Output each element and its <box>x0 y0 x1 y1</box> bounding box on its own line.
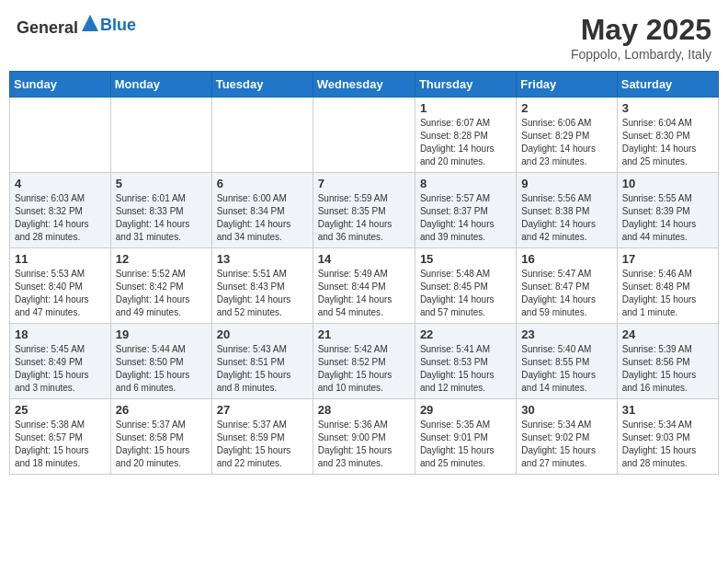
day-number: 26 <box>116 403 207 417</box>
day-number: 24 <box>622 327 713 341</box>
logo-text-general: General <box>17 18 78 37</box>
calendar-day-cell: 21Sunrise: 5:42 AM Sunset: 8:52 PM Dayli… <box>313 324 415 399</box>
day-info: Sunrise: 5:53 AM Sunset: 8:40 PM Dayligh… <box>15 268 106 319</box>
day-info: Sunrise: 5:51 AM Sunset: 8:43 PM Dayligh… <box>217 268 308 319</box>
day-info: Sunrise: 5:35 AM Sunset: 9:01 PM Dayligh… <box>420 419 511 470</box>
day-info: Sunrise: 5:34 AM Sunset: 9:02 PM Dayligh… <box>521 419 611 470</box>
calendar-day-cell: 10Sunrise: 5:55 AM Sunset: 8:39 PM Dayli… <box>617 173 718 248</box>
calendar-day-cell: 26Sunrise: 5:37 AM Sunset: 8:58 PM Dayli… <box>110 399 211 475</box>
calendar-week-row: 25Sunrise: 5:38 AM Sunset: 8:57 PM Dayli… <box>10 399 719 475</box>
day-number: 2 <box>521 101 611 115</box>
day-number: 10 <box>622 177 713 190</box>
calendar-day-cell: 13Sunrise: 5:51 AM Sunset: 8:43 PM Dayli… <box>211 248 313 324</box>
calendar-day-cell: 6Sunrise: 6:00 AM Sunset: 8:34 PM Daylig… <box>211 173 313 248</box>
day-info: Sunrise: 5:46 AM Sunset: 8:48 PM Dayligh… <box>622 268 713 319</box>
calendar-header-row: SundayMondayTuesdayWednesdayThursdayFrid… <box>10 72 719 98</box>
day-number: 22 <box>420 327 511 341</box>
title-block: May 2025 Foppolo, Lombardy, Italy <box>571 13 711 62</box>
weekday-header-tuesday: Tuesday <box>211 72 313 98</box>
day-info: Sunrise: 5:47 AM Sunset: 8:47 PM Dayligh… <box>521 268 611 319</box>
day-number: 23 <box>521 327 611 341</box>
day-number: 15 <box>420 252 511 266</box>
day-number: 7 <box>318 177 410 190</box>
calendar-day-cell: 1Sunrise: 6:07 AM Sunset: 8:28 PM Daylig… <box>415 98 516 173</box>
calendar-day-cell: 12Sunrise: 5:52 AM Sunset: 8:42 PM Dayli… <box>110 248 211 324</box>
day-info: Sunrise: 6:03 AM Sunset: 8:32 PM Dayligh… <box>15 192 106 244</box>
calendar-day-cell: 28Sunrise: 5:36 AM Sunset: 9:00 PM Dayli… <box>313 399 415 475</box>
logo: General Blue <box>17 13 136 38</box>
weekday-header-sunday: Sunday <box>10 72 111 98</box>
calendar-day-cell: 15Sunrise: 5:48 AM Sunset: 8:45 PM Dayli… <box>415 248 516 324</box>
month-year-title: May 2025 <box>571 13 711 47</box>
day-number: 29 <box>420 403 511 417</box>
day-number: 27 <box>217 403 308 417</box>
day-info: Sunrise: 5:40 AM Sunset: 8:55 PM Dayligh… <box>521 343 611 395</box>
day-number: 16 <box>521 252 611 266</box>
day-info: Sunrise: 6:04 AM Sunset: 8:30 PM Dayligh… <box>622 117 713 168</box>
day-info: Sunrise: 5:56 AM Sunset: 8:38 PM Dayligh… <box>521 192 611 244</box>
calendar-day-cell <box>10 98 111 173</box>
day-number: 21 <box>318 327 410 341</box>
day-info: Sunrise: 5:57 AM Sunset: 8:37 PM Dayligh… <box>420 192 511 244</box>
weekday-header-wednesday: Wednesday <box>313 72 415 98</box>
day-info: Sunrise: 5:37 AM Sunset: 8:58 PM Dayligh… <box>116 419 207 470</box>
day-number: 17 <box>622 252 713 266</box>
day-info: Sunrise: 5:41 AM Sunset: 8:53 PM Dayligh… <box>420 343 511 395</box>
day-info: Sunrise: 5:37 AM Sunset: 8:59 PM Dayligh… <box>217 419 308 470</box>
calendar-day-cell: 24Sunrise: 5:39 AM Sunset: 8:56 PM Dayli… <box>617 324 718 399</box>
calendar-day-cell: 11Sunrise: 5:53 AM Sunset: 8:40 PM Dayli… <box>10 248 111 324</box>
calendar-day-cell: 19Sunrise: 5:44 AM Sunset: 8:50 PM Dayli… <box>110 324 211 399</box>
calendar-week-row: 1Sunrise: 6:07 AM Sunset: 8:28 PM Daylig… <box>10 98 719 173</box>
calendar-day-cell: 31Sunrise: 5:34 AM Sunset: 9:03 PM Dayli… <box>617 399 718 475</box>
day-number: 8 <box>420 177 511 190</box>
day-info: Sunrise: 6:06 AM Sunset: 8:29 PM Dayligh… <box>521 117 611 168</box>
day-number: 20 <box>217 327 308 341</box>
day-info: Sunrise: 6:07 AM Sunset: 8:28 PM Dayligh… <box>420 117 511 168</box>
logo-icon <box>80 13 100 33</box>
day-number: 19 <box>116 327 207 341</box>
day-number: 28 <box>318 403 410 417</box>
day-number: 30 <box>521 403 611 417</box>
svg-marker-0 <box>82 15 98 31</box>
calendar-table: SundayMondayTuesdayWednesdayThursdayFrid… <box>9 71 719 475</box>
day-info: Sunrise: 5:45 AM Sunset: 8:49 PM Dayligh… <box>15 343 106 395</box>
day-info: Sunrise: 6:01 AM Sunset: 8:33 PM Dayligh… <box>116 192 207 244</box>
day-number: 12 <box>116 252 207 266</box>
weekday-header-thursday: Thursday <box>415 72 516 98</box>
calendar-day-cell <box>211 98 313 173</box>
weekday-header-saturday: Saturday <box>617 72 718 98</box>
calendar-day-cell: 2Sunrise: 6:06 AM Sunset: 8:29 PM Daylig… <box>517 98 617 173</box>
calendar-week-row: 11Sunrise: 5:53 AM Sunset: 8:40 PM Dayli… <box>10 248 719 324</box>
calendar-day-cell: 22Sunrise: 5:41 AM Sunset: 8:53 PM Dayli… <box>415 324 516 399</box>
day-number: 1 <box>420 101 511 115</box>
calendar-day-cell: 5Sunrise: 6:01 AM Sunset: 8:33 PM Daylig… <box>110 173 211 248</box>
calendar-day-cell: 30Sunrise: 5:34 AM Sunset: 9:02 PM Dayli… <box>517 399 617 475</box>
day-info: Sunrise: 5:39 AM Sunset: 8:56 PM Dayligh… <box>622 343 713 395</box>
weekday-header-friday: Friday <box>517 72 617 98</box>
calendar-day-cell: 16Sunrise: 5:47 AM Sunset: 8:47 PM Dayli… <box>517 248 617 324</box>
day-info: Sunrise: 5:59 AM Sunset: 8:35 PM Dayligh… <box>318 192 410 244</box>
day-info: Sunrise: 5:48 AM Sunset: 8:45 PM Dayligh… <box>420 268 511 319</box>
calendar-week-row: 18Sunrise: 5:45 AM Sunset: 8:49 PM Dayli… <box>10 324 719 399</box>
weekday-header-monday: Monday <box>110 72 211 98</box>
day-info: Sunrise: 6:00 AM Sunset: 8:34 PM Dayligh… <box>217 192 308 244</box>
location-subtitle: Foppolo, Lombardy, Italy <box>571 47 711 62</box>
day-number: 3 <box>622 101 713 115</box>
day-number: 11 <box>15 252 106 266</box>
day-number: 13 <box>217 252 308 266</box>
calendar-day-cell: 8Sunrise: 5:57 AM Sunset: 8:37 PM Daylig… <box>415 173 516 248</box>
day-info: Sunrise: 5:55 AM Sunset: 8:39 PM Dayligh… <box>622 192 713 244</box>
day-info: Sunrise: 5:49 AM Sunset: 8:44 PM Dayligh… <box>318 268 410 319</box>
day-number: 14 <box>318 252 410 266</box>
day-number: 9 <box>521 177 611 190</box>
calendar-day-cell <box>313 98 415 173</box>
page-header: General Blue May 2025 Foppolo, Lombardy,… <box>9 9 719 65</box>
day-number: 25 <box>15 403 106 417</box>
calendar-day-cell: 25Sunrise: 5:38 AM Sunset: 8:57 PM Dayli… <box>10 399 111 475</box>
day-info: Sunrise: 5:44 AM Sunset: 8:50 PM Dayligh… <box>116 343 207 395</box>
day-number: 5 <box>116 177 207 190</box>
calendar-day-cell: 29Sunrise: 5:35 AM Sunset: 9:01 PM Dayli… <box>415 399 516 475</box>
calendar-day-cell: 14Sunrise: 5:49 AM Sunset: 8:44 PM Dayli… <box>313 248 415 324</box>
calendar-day-cell <box>110 98 211 173</box>
day-number: 31 <box>622 403 713 417</box>
